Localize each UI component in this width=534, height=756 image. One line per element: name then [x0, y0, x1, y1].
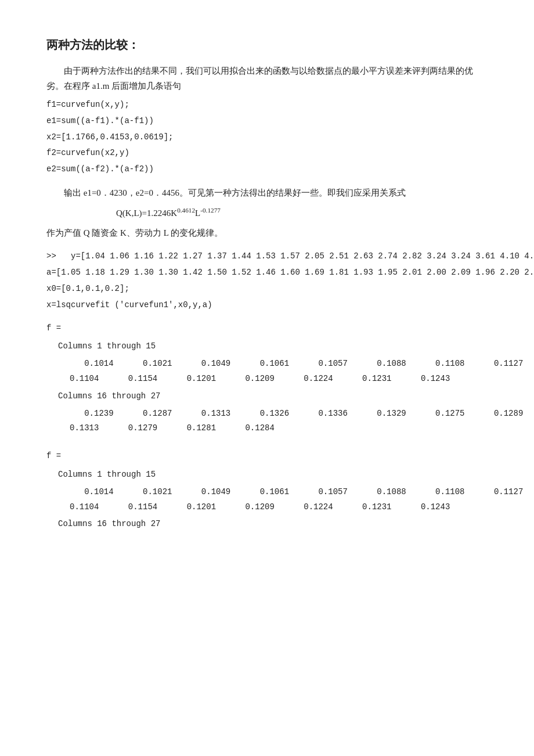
f1-matrix-row4: 0.1313 0.1279 0.1281 0.1284: [70, 422, 488, 435]
f-section-2: f = Columns 1 through 15 0.1014 0.1021 0…: [46, 449, 488, 531]
columns-1-15-label-2: Columns 1 through 15: [58, 468, 488, 482]
columns-16-27-label-2: Columns 16 through 27: [58, 517, 488, 531]
prompt-line-2: a=[1.05 1.18 1.29 1.30 1.30 1.42 1.50 1.…: [46, 266, 488, 280]
prompt-line-4: x=lsqcurvefit ('curvefun1',x0,y,a): [46, 298, 488, 312]
page-title: 两种方法的比较：: [46, 35, 488, 55]
f2-matrix-row1: 0.1014 0.1021 0.1049 0.1061 0.1057 0.108…: [70, 485, 488, 499]
columns-1-15-label-1: Columns 1 through 15: [58, 340, 488, 354]
code-line-4: f2=curvefun(x2,y): [46, 146, 488, 160]
prompt-line-1: >> y=[1.04 1.06 1.16 1.22 1.27 1.37 1.44…: [46, 250, 488, 264]
f2-label: f =: [46, 449, 488, 463]
f-section-1: f = Columns 1 through 15 0.1014 0.1021 0…: [46, 322, 488, 436]
f2-matrix-row2: 0.1104 0.1154 0.1201 0.1209 0.1224 0.123…: [70, 501, 488, 514]
formula-exp1: 0.4612: [177, 207, 195, 214]
formula-text: Q(K,L)=1.2246K: [116, 208, 177, 218]
prompt-line-3: x0=[0.1,0.1,0.2];: [46, 282, 488, 296]
f1-label: f =: [46, 322, 488, 336]
code-line-3: x2=[1.1766,0.4153,0.0619];: [46, 131, 488, 145]
code-line-1: f1=curvefun(x,y);: [46, 98, 488, 112]
prompt-section: >> y=[1.04 1.06 1.16 1.22 1.27 1.37 1.44…: [46, 250, 488, 312]
formula-line: Q(K,L)=1.2246K0.4612L-0.1277: [46, 205, 488, 221]
f1-matrix-row3: 0.1239 0.1287 0.1313 0.1326 0.1336 0.132…: [70, 407, 488, 421]
output-text: 输出 e1=0．4230，e2=0．4456。可见第一种方法得出的结果好一些。即…: [46, 186, 488, 201]
formula-mid: L: [195, 208, 200, 218]
code-line-2: e1=sum((a-f1).*(a-f1)): [46, 114, 488, 128]
columns-16-27-label-1: Columns 16 through 27: [58, 390, 488, 404]
f1-matrix-row2: 0.1104 0.1154 0.1201 0.1209 0.1224 0.123…: [70, 372, 488, 386]
code-section-1: f1=curvefun(x,y); e1=sum((a-f1).*(a-f1))…: [46, 98, 488, 177]
paragraph-1: 由于两种方法作出的结果不同，我们可以用拟合出来的函数与以给数据点的最小平方误差来…: [46, 64, 488, 93]
formula-exp2: -0.1277: [200, 207, 221, 214]
f1-matrix-row1: 0.1014 0.1021 0.1049 0.1061 0.1057 0.108…: [70, 357, 488, 371]
prose-line: 作为产值 Q 随资金 K、劳动力 L 的变化规律。: [46, 226, 488, 241]
code-line-5: e2=sum((a-f2).*(a-f2)): [46, 163, 488, 177]
